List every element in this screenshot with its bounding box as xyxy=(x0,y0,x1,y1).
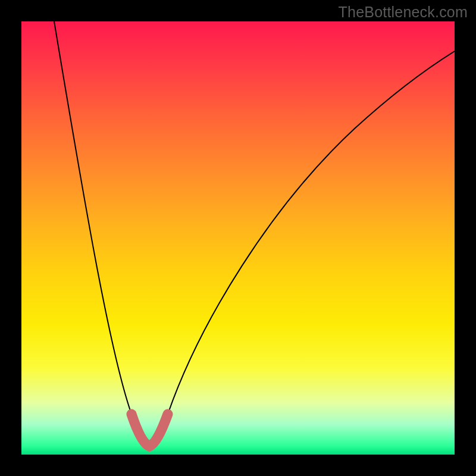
bottleneck-curve xyxy=(54,21,455,446)
chart-plot-area xyxy=(21,21,455,455)
watermark-text: TheBottleneck.com xyxy=(339,4,468,21)
chart-svg xyxy=(21,21,455,455)
chart-frame: TheBottleneck.com xyxy=(0,0,476,476)
minimum-marker xyxy=(131,414,168,446)
